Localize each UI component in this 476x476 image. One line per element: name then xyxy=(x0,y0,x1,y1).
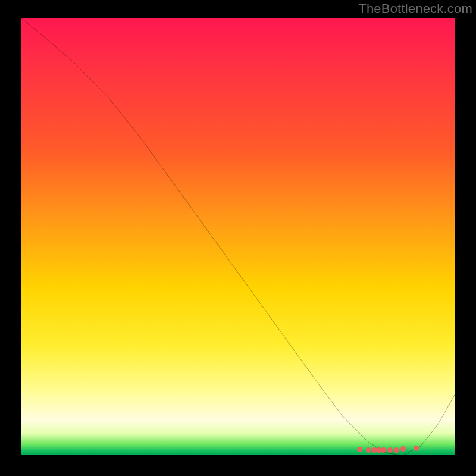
cluster-dot xyxy=(357,447,362,452)
cluster-dot xyxy=(414,446,419,451)
attribution-label: TheBottleneck.com xyxy=(358,1,472,17)
cluster-dot xyxy=(387,447,393,453)
cluster-dot xyxy=(366,447,371,453)
curve-layer xyxy=(21,18,455,455)
cluster-dot xyxy=(400,446,406,452)
chart-frame: TheBottleneck.com xyxy=(0,0,476,476)
cluster-dot xyxy=(394,447,399,453)
plot-area xyxy=(21,18,455,455)
curve-path xyxy=(21,18,455,455)
cluster-dot xyxy=(381,447,386,453)
bottom-cluster xyxy=(21,440,455,452)
